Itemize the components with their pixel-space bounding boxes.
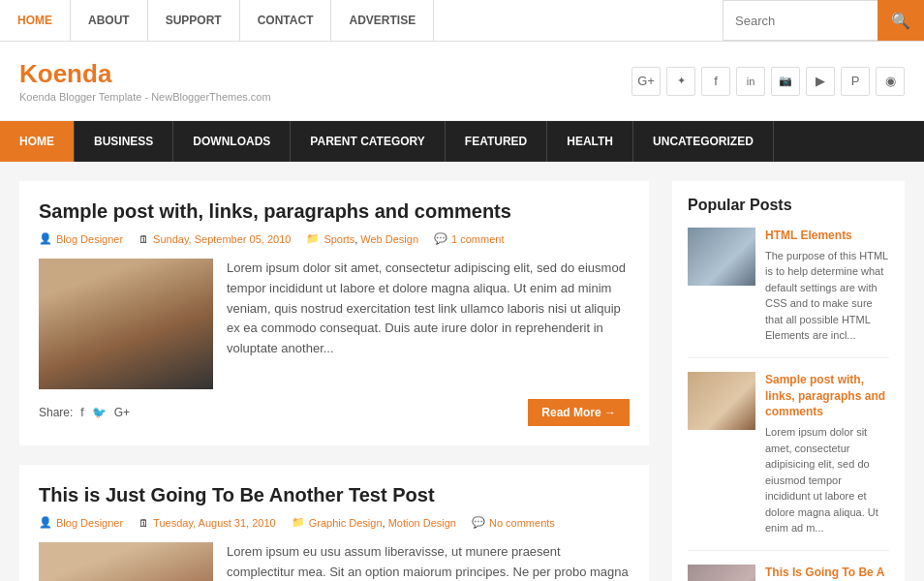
twitter-icon[interactable]: ✦: [666, 67, 695, 96]
main-nav-home[interactable]: HOME: [0, 121, 75, 162]
main-nav-featured[interactable]: FEATURED: [446, 121, 547, 162]
top-nav-advertise[interactable]: ADVERTISE: [331, 0, 434, 41]
date-icon: 🗓: [139, 517, 149, 529]
main-nav-business[interactable]: BUSINESS: [75, 121, 173, 162]
share-twitter[interactable]: 🐦: [92, 406, 107, 419]
share-facebook[interactable]: f: [80, 406, 83, 419]
pp-content-1: HTML Elements The purpose of this HTML i…: [765, 228, 889, 344]
pp-content-2: Sample post with, links, paragraphs and …: [765, 372, 889, 536]
post-2-author: 👤 Blog Designer: [39, 516, 123, 529]
post-1-image: [39, 259, 213, 389]
popular-post-2: Sample post with, links, paragraphs and …: [688, 372, 889, 551]
post-2-body: Lorem ipsum eu usu assum liberavisse, ut…: [39, 542, 630, 581]
site-subtitle: Koenda Blogger Template - NewBloggerThem…: [19, 91, 271, 103]
category-icon: 📁: [292, 516, 305, 529]
share-links: Share: f 🐦 G+: [39, 406, 130, 419]
author-icon: 👤: [39, 516, 52, 529]
top-navigation: HOME ABOUT SUPPORT CONTACT ADVERTISE 🔍: [0, 0, 924, 42]
post-1: Sample post with, links, paragraphs and …: [19, 181, 649, 445]
main-nav-parent-category[interactable]: PARENT CATEGORY: [291, 121, 445, 162]
pp-thumb-3: [688, 565, 755, 581]
post-1-body: Lorem ipsum dolor sit amet, consectetur …: [39, 259, 630, 389]
author-icon: 👤: [39, 232, 52, 245]
pp-title-3[interactable]: This Is Going To Be A Decent Length Titl…: [765, 565, 889, 581]
content-wrapper: Sample post with, links, paragraphs and …: [0, 162, 924, 581]
post-1-categories: 📁 Sports, Web Design: [306, 232, 418, 245]
share-google[interactable]: G+: [114, 406, 130, 419]
popular-post-1: HTML Elements The purpose of this HTML i…: [688, 228, 889, 358]
rss-icon[interactable]: ◉: [876, 67, 905, 96]
pp-excerpt-2: Lorem ipsum dolor sit amet, consectetur …: [765, 424, 889, 536]
pp-title-2[interactable]: Sample post with, links, paragraphs and …: [765, 372, 889, 420]
pp-title-1[interactable]: HTML Elements: [765, 228, 889, 244]
date-value: Tuesday, August 31, 2010: [153, 517, 276, 529]
comment-icon: 💬: [434, 232, 447, 245]
category-values: Graphic Design, Motion Design: [309, 517, 456, 529]
popular-post-3: This Is Going To Be A Decent Length Titl…: [688, 565, 889, 581]
search-button[interactable]: 🔍: [878, 0, 924, 41]
post-1-meta: 👤 Blog Designer 🗓 Sunday, September 05, …: [39, 232, 630, 245]
post-1-footer: Share: f 🐦 G+ Read More →: [39, 399, 630, 426]
site-title[interactable]: Koenda: [19, 59, 271, 89]
youtube-icon[interactable]: ▶: [806, 67, 835, 96]
read-more-button[interactable]: Read More →: [528, 399, 630, 426]
popular-posts-widget: Popular Posts HTML Elements The purpose …: [672, 181, 905, 581]
instagram-icon[interactable]: 📷: [771, 67, 800, 96]
top-nav-home[interactable]: HOME: [0, 0, 71, 41]
comment-icon: 💬: [472, 516, 485, 529]
post-1-title[interactable]: Sample post with, links, paragraphs and …: [39, 200, 630, 223]
top-nav-about[interactable]: ABOUT: [71, 0, 148, 41]
main-nav-downloads[interactable]: DOWNLOADS: [173, 121, 291, 162]
author-name: Blog Designer: [56, 233, 123, 245]
top-nav-links: HOME ABOUT SUPPORT CONTACT ADVERTISE: [0, 0, 434, 41]
pp-thumb-2: [688, 372, 755, 430]
top-nav-contact[interactable]: CONTACT: [240, 0, 332, 41]
post-2: This is Just Going To Be Another Test Po…: [19, 465, 649, 581]
main-content: Sample post with, links, paragraphs and …: [19, 181, 649, 581]
post-2-image: [39, 542, 213, 581]
search-input[interactable]: [723, 0, 878, 41]
post-2-title[interactable]: This is Just Going To Be Another Test Po…: [39, 484, 630, 506]
pp-excerpt-1: The purpose of this HTML is to help dete…: [765, 248, 889, 344]
comment-count: 1 comment: [451, 233, 504, 245]
widget-title: Popular Posts: [688, 197, 889, 214]
post-1-excerpt: Lorem ipsum dolor sit amet, consectetur …: [227, 259, 630, 389]
post-2-categories: 📁 Graphic Design, Motion Design: [292, 516, 456, 529]
category-values: Sports, Web Design: [323, 233, 418, 245]
google-plus-icon[interactable]: G+: [631, 67, 661, 96]
facebook-icon[interactable]: f: [701, 67, 730, 96]
pinterest-icon[interactable]: P: [841, 67, 870, 96]
main-navigation: HOME BUSINESS DOWNLOADS PARENT CATEGORY …: [0, 121, 924, 162]
category-icon: 📁: [306, 232, 320, 245]
logo-block: Koenda Koenda Blogger Template - NewBlog…: [19, 59, 271, 103]
post-2-excerpt: Lorem ipsum eu usu assum liberavisse, ut…: [227, 542, 630, 581]
share-label: Share:: [39, 406, 73, 419]
social-icons: G+ ✦ f in 📷 ▶ P ◉: [631, 67, 905, 96]
post-1-comments: 💬 1 comment: [434, 232, 504, 245]
top-nav-support[interactable]: SUPPORT: [148, 0, 240, 41]
date-value: Sunday, September 05, 2010: [153, 233, 291, 245]
post-1-author: 👤 Blog Designer: [39, 232, 123, 245]
post-2-meta: 👤 Blog Designer 🗓 Tuesday, August 31, 20…: [39, 516, 630, 529]
post-1-date: 🗓 Sunday, September 05, 2010: [139, 232, 291, 245]
pp-thumb-1: [688, 228, 755, 286]
author-name: Blog Designer: [56, 517, 123, 529]
main-nav-uncategorized[interactable]: UNCATEGORIZED: [633, 121, 774, 162]
date-icon: 🗓: [139, 233, 149, 245]
sidebar: Popular Posts HTML Elements The purpose …: [672, 181, 905, 581]
linkedin-icon[interactable]: in: [736, 67, 765, 96]
search-form: 🔍: [723, 0, 924, 41]
post-2-date: 🗓 Tuesday, August 31, 2010: [139, 516, 276, 529]
logo-area: Koenda Koenda Blogger Template - NewBlog…: [0, 42, 924, 121]
comment-count: No comments: [489, 517, 555, 529]
main-nav-health[interactable]: HEALTH: [547, 121, 633, 162]
post-2-comments: 💬 No comments: [472, 516, 555, 529]
pp-content-3: This Is Going To Be A Decent Length Titl…: [765, 565, 889, 581]
